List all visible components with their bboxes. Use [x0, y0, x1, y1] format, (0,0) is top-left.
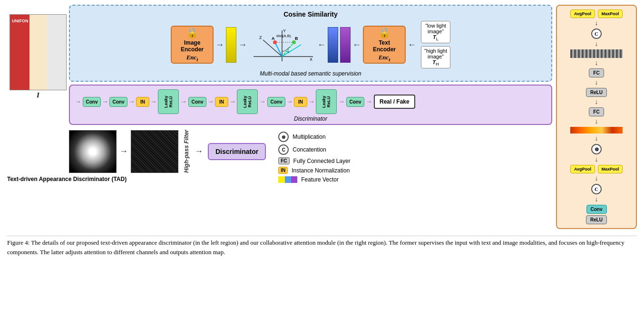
- arrow-cosine-to-feat: ←: [317, 40, 326, 50]
- fc-symbol: FC: [278, 157, 289, 164]
- cam-arrow-1: ↓: [595, 19, 598, 27]
- cam-arrow-6: ↓: [595, 118, 598, 125]
- disc-block-3: Conv → IN → Leaky ReLU: [267, 89, 337, 114]
- caption-text: Figure 4: The details of our proposed te…: [7, 239, 624, 256]
- legend-area: ⊗ Multiplication C Concatention FC Fully…: [274, 128, 360, 187]
- cam-relu-2: ReLU: [586, 215, 607, 224]
- bottom-left: → High-pass Filter → Discriminator Text-…: [7, 128, 266, 182]
- cam-avgpool-1: AvgPool: [570, 10, 595, 18]
- enc-t-label: Enct: [379, 54, 390, 62]
- conv-box-5: Conv: [346, 97, 364, 107]
- cam-row-1: AvgPool MaxPool: [560, 10, 633, 18]
- fc-label: Fully Connected Layer: [293, 158, 351, 164]
- cam-concat-1: C: [591, 29, 602, 39]
- lock-icon: 🔒: [186, 27, 198, 38]
- clip-row: 🔒 ImageEncoder Enci → →: [76, 21, 546, 68]
- bottom-row: → High-pass Filter → Discriminator: [69, 130, 266, 173]
- concatenation-symbol: C: [278, 144, 289, 155]
- legend-concatenation: C Concatention: [278, 144, 356, 155]
- in-box-3: IN: [294, 97, 307, 107]
- in-label: Instance Normalization: [292, 167, 350, 174]
- disc-block-1: Conv → Conv → IN → Leaky ReLU: [83, 89, 179, 114]
- text-prompts: "low lightimage"TL "high lightimage"TH: [421, 21, 450, 68]
- discriminator-label: Discriminator: [75, 115, 546, 122]
- feature-bar-blue: [328, 27, 338, 63]
- hpf-container: →: [69, 130, 178, 173]
- in-box-1: IN: [136, 97, 149, 107]
- clip-section: Cosine Similarity 🔒 ImageEncoder Enci → …: [69, 5, 552, 82]
- leaky-relu-1: Leaky ReLU: [158, 89, 179, 114]
- conv-box-4: Conv: [267, 97, 285, 107]
- cam-arrow-5: ↓: [595, 98, 598, 106]
- cam-concat-2: C: [591, 184, 602, 194]
- legend-in: IN Instance Normalization: [278, 167, 356, 174]
- clip-title: Cosine Similarity: [76, 10, 546, 18]
- svg-text:X: X: [310, 57, 312, 62]
- dark-spot-image: [69, 130, 117, 173]
- cam-panel: AvgPool MaxPool ↓ C ↓ ↓ FC ↓ ReLU ↓ FC ↓…: [556, 5, 637, 229]
- cam-arrow-2: ↓: [595, 40, 598, 48]
- hpf-label: High-pass Filter: [183, 130, 190, 173]
- svg-text:Z: Z: [259, 35, 262, 40]
- cam-heat-bar: [570, 127, 623, 134]
- in-symbol: IN: [278, 167, 288, 174]
- multiplication-symbol: ⊗: [278, 132, 289, 142]
- cam-maxpool-1: MaxPool: [598, 10, 623, 18]
- feature-bar-purple: [340, 27, 351, 63]
- conv-box-1: Conv: [83, 97, 101, 107]
- disc-block-2: Conv → IN → Leaky ReLU: [188, 89, 258, 114]
- diagram-area: UNIFON I Cosine Similarity 🔒 ImageEncode…: [7, 5, 637, 229]
- leaky-relu-3: Leaky ReLU: [316, 89, 337, 114]
- input-image-text: UNIFON: [12, 19, 29, 23]
- lock-icon-2: 🔒: [379, 27, 390, 38]
- in-box-2: IN: [215, 97, 228, 107]
- text-encoder-box: 🔒 TextEncoder Enct: [363, 26, 406, 64]
- cam-maxpool-2: MaxPool: [598, 165, 623, 173]
- hpf-arrow: →: [119, 146, 128, 156]
- cam-relu-1: ReLU: [586, 88, 607, 97]
- hpf-output-image: [131, 130, 178, 173]
- arrow-feat-to-cosine: →: [238, 40, 247, 50]
- input-image: UNIFON: [10, 14, 67, 90]
- svg-text:A: A: [272, 36, 275, 41]
- arrow-to-text-enc: ←: [352, 40, 361, 50]
- discriminator-section: → Conv → Conv → IN → Leaky ReLU → Conv: [69, 85, 552, 125]
- cam-multiply: ⊗: [591, 144, 602, 154]
- clip-bottom-label: Multi-modal based semantic supervision: [76, 70, 546, 77]
- svg-text:dist(A,B): dist(A,B): [276, 34, 291, 38]
- svg-line-7: [282, 42, 294, 57]
- enc-i-label: Enci: [186, 54, 198, 62]
- arrow-to-disc: →: [195, 146, 203, 156]
- arrow-enc-to-feat: →: [215, 40, 224, 50]
- cam-arrow-7: ↓: [595, 135, 598, 143]
- legend-feature-vector: Feature Vector: [278, 176, 356, 183]
- bottom-section-outer: → High-pass Filter → Discriminator Text-…: [7, 128, 552, 187]
- legend-fc: FC Fully Connected Layer: [278, 157, 356, 164]
- cam-arrow-10: ↓: [595, 196, 598, 203]
- cam-arrow-8: ↓: [595, 156, 598, 163]
- image-encoder-box: 🔒 ImageEncoder Enci: [171, 26, 214, 64]
- cam-arrow-4: ↓: [595, 79, 598, 86]
- svg-text:Y: Y: [283, 29, 286, 33]
- concatenation-label: Concatention: [293, 146, 326, 153]
- real-fake-box: Real / Fake: [374, 95, 415, 109]
- cam-arrow-3: ↓: [595, 59, 598, 67]
- arrow-from-prompts: ←: [408, 40, 416, 50]
- leaky-relu-2: Leaky ReLU: [237, 89, 258, 114]
- input-label: I: [37, 92, 39, 99]
- feature-bar-yellow: [226, 27, 236, 63]
- cam-arrow-9: ↓: [595, 175, 598, 182]
- caption-area: Figure 4: The details of our proposed te…: [7, 236, 637, 257]
- feature-vector-symbol: [278, 176, 297, 183]
- multiplication-label: Multiplication: [293, 134, 325, 140]
- cam-row-2: AvgPool MaxPool: [560, 165, 633, 173]
- feature-vector-label: Feature Vector: [301, 176, 339, 183]
- left-panel: UNIFON I Cosine Similarity 🔒 ImageEncode…: [7, 5, 552, 229]
- main-container: UNIFON I Cosine Similarity 🔒 ImageEncode…: [0, 0, 644, 260]
- text-encoder-label: TextEncoder: [373, 39, 396, 53]
- conv-box-3: Conv: [188, 97, 206, 107]
- image-encoder-label: ImageEncoder: [181, 39, 204, 53]
- cam-avgpool-2: AvgPool: [570, 165, 595, 173]
- cam-feature-stripes-1: [570, 49, 623, 58]
- cam-conv: Conv: [586, 205, 607, 214]
